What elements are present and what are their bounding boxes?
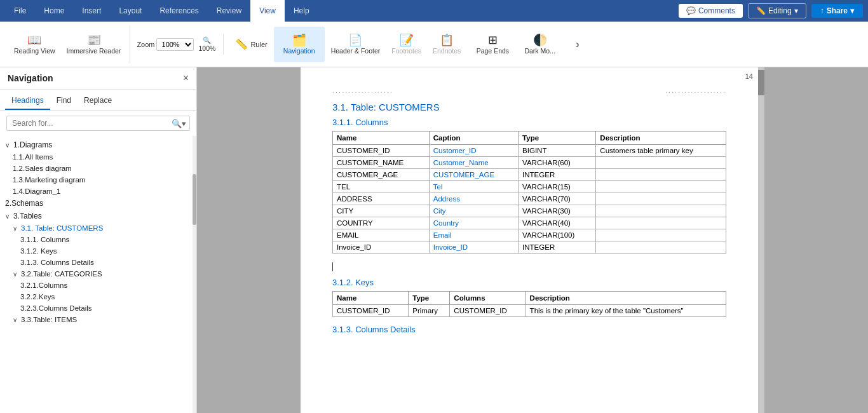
ruler-toggle[interactable]: 📏 Ruler: [230, 38, 272, 50]
nav-close-button[interactable]: ×: [183, 72, 189, 84]
table-cell: COUNTRY: [333, 217, 430, 229]
table-row: TELTelVARCHAR(15): [333, 181, 726, 193]
dark-mode-button[interactable]: 🌓 Dark Mo...: [519, 27, 560, 62]
nav-header: Navigation ×: [0, 67, 196, 90]
table-cell: Tel: [429, 181, 518, 193]
nav-item-diagram-1[interactable]: 1.4.Diagram_1: [0, 186, 196, 197]
nav-item-tables[interactable]: ∨ 3.Tables: [0, 210, 196, 222]
navigation-button[interactable]: 🗂️ Navigation: [274, 27, 325, 62]
nav-item-sales-diagram[interactable]: 1.2.Sales diagram: [0, 163, 196, 174]
table-cell: Invoice_ID: [429, 241, 518, 254]
more-button[interactable]: ›: [562, 27, 593, 62]
section-heading-customers: 3.1. Table: CUSTOMERS: [332, 102, 726, 112]
menu-file[interactable]: File: [5, 0, 35, 22]
nav-item-customers[interactable]: ∨ 3.1. Table: CUSTOMERS: [0, 222, 196, 234]
table-cell: Primary: [409, 305, 450, 317]
nav-item-items-table[interactable]: ∨ 3.3.Table: ITEMS: [0, 314, 196, 325]
table-cell: Customer_Name: [429, 157, 518, 169]
table-cell: [596, 181, 726, 193]
navigation-icon: 🗂️: [292, 34, 306, 46]
table-cell: VARCHAR(30): [519, 205, 596, 217]
table-cell: City: [429, 205, 518, 217]
nav-item-columns[interactable]: 3.1.1. Columns: [0, 234, 196, 245]
page-ends-button[interactable]: ⊞ Page Ends: [467, 27, 518, 62]
reading-view-button[interactable]: 📖 Reading View: [9, 27, 60, 62]
endnotes-button[interactable]: 📋 Endnotes: [428, 27, 466, 62]
table-row: COUNTRYCountryVARCHAR(40): [333, 217, 726, 229]
search-input[interactable]: [6, 116, 190, 131]
title-right-actions: 💬 Comments ✏️ Editing ▾ ↑ Share ▾: [679, 3, 863, 18]
table-cell: ADDRESS: [333, 193, 430, 205]
share-button[interactable]: ↑ Share ▾: [811, 4, 863, 18]
table-cell: Email: [429, 229, 518, 241]
nav-item-all-items[interactable]: 1.1.All Items: [0, 151, 196, 163]
nav-item-schemas[interactable]: 2.Schemas: [0, 197, 196, 210]
nav-item-marketing-diagram[interactable]: 1.3.Marketing diagram: [0, 174, 196, 186]
main-scroll-thumb[interactable]: [758, 70, 764, 95]
search-icon[interactable]: 🔍▾: [172, 119, 186, 128]
chevron-down-icon2: ▾: [850, 6, 854, 15]
zoom-select[interactable]: 100%: [156, 38, 194, 51]
nav-tree: ∨ 1.Diagrams 1.1.All Items 1.2.Sales dia…: [0, 136, 196, 413]
table-cell: CUSTOMER_ID: [333, 305, 409, 317]
comments-button[interactable]: 💬 Comments: [679, 4, 743, 18]
nav-item-categories[interactable]: ∨ 3.2.Table: CATEGORIES: [0, 268, 196, 280]
cursor-line: [332, 262, 333, 271]
sub-heading-keys: 3.1.2. Keys: [332, 278, 726, 287]
menu-review[interactable]: Review: [208, 0, 250, 22]
document-page[interactable]: 14 ................... .................…: [301, 67, 758, 413]
document-area[interactable]: 14 ................... .................…: [197, 67, 868, 413]
chevron-down-icon: ∨: [5, 142, 10, 149]
nav-scrollbar-thumb[interactable]: [193, 174, 196, 225]
nav-item-cat-columns-details[interactable]: 3.2.3.Columns Details: [0, 302, 196, 314]
footnotes-button[interactable]: 📝 Footnotes: [386, 27, 426, 62]
table-cell: VARCHAR(100): [519, 229, 596, 241]
doc-dots-top: ................... ...................: [332, 86, 726, 94]
nav-scrollbar-track: [193, 136, 196, 413]
nav-item-cat-columns[interactable]: 3.2.1.Columns: [0, 280, 196, 291]
nav-panel-title: Navigation: [8, 73, 53, 83]
ribbon-show-group: 📏 Ruler 🗂️ Navigation 📄 Header & Footer …: [226, 25, 597, 64]
menu-insert[interactable]: Insert: [73, 0, 110, 22]
sub-heading-columns: 3.1.1. Columns: [332, 118, 726, 127]
nav-item-columns-details[interactable]: 3.1.3. Columns Details: [0, 257, 196, 268]
reading-view-icon: 📖: [27, 34, 41, 46]
menu-view[interactable]: View: [250, 0, 285, 22]
zoom-pct-icon: 🔍: [203, 36, 211, 44]
columns-table: Name Caption Type Description CUSTOMER_I…: [332, 131, 726, 254]
nav-item-diagrams[interactable]: ∨ 1.Diagrams: [0, 139, 196, 151]
tab-replace[interactable]: Replace: [78, 92, 118, 110]
menu-help[interactable]: Help: [285, 0, 318, 22]
table-cell: [596, 157, 726, 169]
ruler-icon: 📏: [235, 38, 248, 50]
col-header-caption: Caption: [429, 132, 518, 145]
table-cell: BIGINT: [519, 145, 596, 157]
table-row: CUSTOMER_IDPrimaryCUSTOMER_IDThis is the…: [333, 305, 726, 317]
table-cell: [596, 205, 726, 217]
menu-layout[interactable]: Layout: [110, 0, 151, 22]
tab-headings[interactable]: Headings: [5, 92, 50, 110]
table-cell: VARCHAR(15): [519, 181, 596, 193]
menu-references[interactable]: References: [151, 0, 207, 22]
chevron-down-icon-customers: ∨: [13, 225, 17, 232]
col-header-desc: Description: [596, 132, 726, 145]
share-icon: ↑: [820, 6, 824, 15]
table-cell: [596, 169, 726, 181]
menu-tabs: File Home Insert Layout References Revie…: [5, 0, 679, 22]
editing-button[interactable]: ✏️ Editing ▾: [748, 3, 806, 18]
chevron-down-icon: ▾: [794, 6, 798, 15]
tab-find[interactable]: Find: [50, 92, 78, 110]
table-cell: INTEGER: [519, 241, 596, 254]
header-footer-button[interactable]: 📄 Header & Footer: [326, 27, 386, 62]
page-ends-icon: ⊞: [488, 34, 498, 46]
ribbon-views-group: 📖 Reading View 📰 Immersive Reader: [5, 25, 130, 64]
nav-item-keys[interactable]: 3.1.2. Keys: [0, 245, 196, 257]
chevron-down-icon-tables: ∨: [5, 213, 10, 220]
nav-item-cat-keys[interactable]: 3.2.2.Keys: [0, 291, 196, 302]
100pct-button[interactable]: 🔍 100%: [195, 34, 220, 55]
menu-home[interactable]: Home: [35, 0, 73, 22]
table-cell: CUSTOMER_ID: [450, 305, 526, 317]
table-cell: INTEGER: [519, 169, 596, 181]
table-cell: Customer_ID: [429, 145, 518, 157]
immersive-reader-button[interactable]: 📰 Immersive Reader: [62, 27, 126, 62]
